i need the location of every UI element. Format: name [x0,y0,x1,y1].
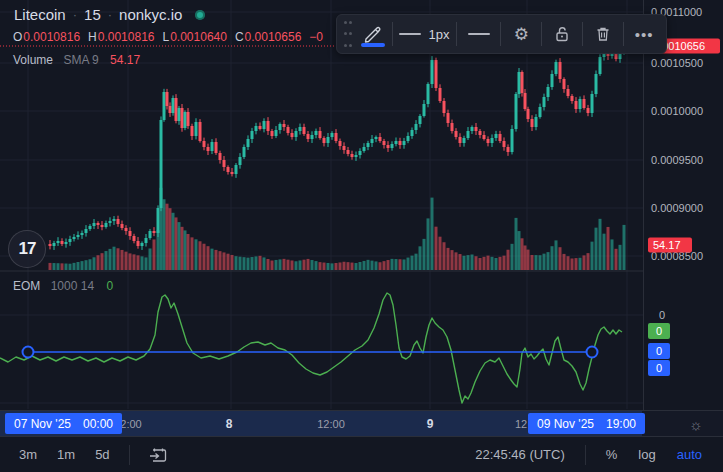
range-button-3m[interactable]: 3m [10,443,46,466]
eom-legend[interactable]: EOM 1000 14 0 [13,279,113,293]
price-change: −0 [309,30,323,44]
toolbar-drag-handle-icon[interactable] [341,18,354,50]
bottom-toolbar: 3m1m5d 22:45:46 (UTC) % log auto [0,436,723,472]
line-style-selector[interactable] [459,18,499,50]
tradingview-logo: 17 [8,230,46,268]
pencil-icon [362,25,382,43]
symbol-name[interactable]: Litecoin [14,6,66,23]
eom-zero-label: 0 [659,309,665,321]
price-axis-label: 0.0010000 [651,105,703,117]
more-options-button[interactable]: ••• [626,18,662,50]
clock-display[interactable]: 22:45:46 (UTC) [475,447,565,462]
ohlc-values: O0.0010816H0.0010816L0.0010640C0.0010656… [13,30,323,44]
lock-button[interactable] [544,18,580,50]
time-axis-label: 9 [427,417,434,431]
go-to-date-button[interactable] [140,443,176,467]
volume-legend[interactable]: Volume SMA 9 54.17 [13,53,140,67]
time-axis[interactable]: ☼ 2:00812:0091207 Nov '2500:0009 Nov '25… [0,410,723,436]
auto-scale-button[interactable]: auto [668,443,711,466]
line-color-swatch [361,43,385,47]
eom-line [0,293,622,403]
line-style-sample [468,33,490,35]
price-axis-label: 0.0009500 [651,154,703,166]
trading-chart-app: 17 Litecoin · 15 · nonkyc.io O0.0010816H… [0,0,723,472]
time-axis-label: 8 [226,417,233,431]
time-axis-label: 12 [515,418,527,430]
volume-sma-badge: 54.17 [648,238,692,253]
candles [49,40,626,250]
price-axis[interactable]: 0.00110000.00105000.00100000.00095000.00… [643,0,723,436]
percent-scale-button[interactable]: % [597,443,627,466]
volume-label: Volume [13,53,53,67]
volume-bars [49,188,626,270]
unlock-icon [553,25,571,43]
pencil-tool-button[interactable] [354,18,390,50]
symbol-header[interactable]: Litecoin · 15 · nonkyc.io [14,6,205,23]
trash-icon [594,25,612,43]
delete-button[interactable] [585,18,621,50]
date-range-buttons: 3m1m5d [0,443,176,467]
interval-label[interactable]: 15 [84,6,101,23]
time-axis-label: 12:00 [317,418,345,430]
range-button-1m[interactable]: 1m [48,443,84,466]
eom-value: 0 [106,279,113,293]
ellipsis-icon: ••• [635,26,654,43]
eom-params: 1000 14 [51,279,94,293]
volume-sma-label: SMA 9 [63,53,98,67]
log-scale-button[interactable]: log [629,443,664,466]
calendar-arrow-icon [149,447,167,463]
drawing-toolbar: 1px ⚙ ••• [336,14,667,54]
exchange-label[interactable]: nonkyc.io [119,6,182,23]
price-axis-label: 0.0010500 [651,57,703,69]
time-range-start-badge[interactable]: 07 Nov '2500:00 [5,413,122,434]
settings-button[interactable]: ⚙ [503,18,539,50]
eom-axis-badge: 0 [648,360,670,376]
time-axis-settings-icon[interactable]: ☼ [689,416,703,431]
eom-axis-badge: 0 [648,343,670,359]
line-width-selector[interactable]: 1px [395,18,454,50]
time-range-end-badge[interactable]: 09 Nov '2519:00 [528,413,645,434]
trend-line-handle[interactable] [23,347,34,358]
ohlc-item: L0.0010640 [162,30,234,44]
price-axis-label: 0.0009000 [651,202,703,214]
ohlc-item: H0.0010816 [88,30,162,44]
range-button-5d[interactable]: 5d [86,443,118,466]
ohlc-item: O0.0010816 [13,30,88,44]
trend-line-handle[interactable] [587,347,598,358]
ohlc-item: C0.0010656 [235,30,309,44]
market-status-dot[interactable] [195,10,205,20]
gear-icon: ⚙ [514,24,529,45]
time-axis-label: 2:00 [120,418,141,430]
eom-label: EOM [13,279,40,293]
volume-sma-value: 54.17 [110,53,140,67]
line-width-sample [399,33,421,35]
eom-axis-badge: 0 [648,323,670,339]
